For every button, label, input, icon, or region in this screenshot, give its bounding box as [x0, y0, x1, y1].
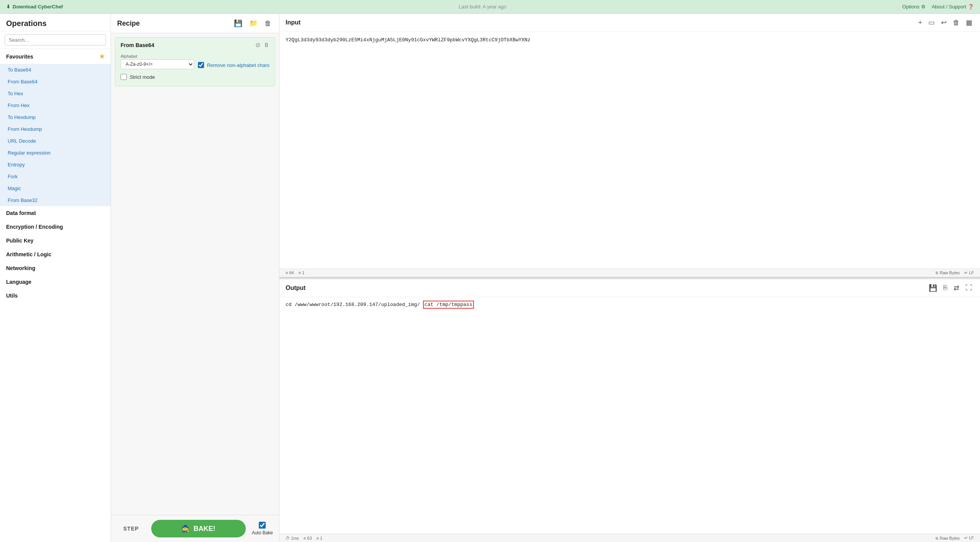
about-link[interactable]: About / Support ❓	[932, 4, 974, 10]
sidebar-item-fromhex[interactable]: From Hex	[0, 99, 111, 111]
input-status-left: ≡ 84 ≡ 1	[286, 270, 304, 275]
strict-mode-label: Strict mode	[130, 74, 155, 80]
sidebar-item-tohexdump[interactable]: To Hexdump	[0, 111, 111, 123]
output-statusbar: ⏱ 1ms ≡ 63 ≡ 1 ⇅ Raw Bytes ↵ LF	[279, 534, 980, 542]
op-header: From Base64 ⊘ ⏸	[115, 37, 275, 52]
sidebar-item-fork[interactable]: Fork	[0, 171, 111, 182]
strict-mode-row: Strict mode	[121, 72, 270, 81]
output-actions: 💾 ⎘ ⇄ ⛶	[927, 283, 974, 293]
save-recipe-button[interactable]: 💾	[232, 18, 244, 28]
clear-recipe-button[interactable]: 🗑	[263, 19, 273, 28]
topbar-right: Options ⚙ About / Support ❓	[902, 4, 974, 10]
input-format-label: ⇅ Raw Bytes	[935, 270, 960, 275]
recipe-actions: 💾 📁 🗑	[232, 18, 273, 28]
input-add-button[interactable]: +	[916, 18, 924, 28]
output-status-left: ⏱ 1ms ≡ 63 ≡ 1	[286, 536, 322, 540]
options-link[interactable]: Options ⚙	[902, 4, 926, 10]
output-highlighted-text: cat /tmp/tmppass	[423, 301, 474, 309]
help-icon: ❓	[968, 4, 974, 10]
step-button[interactable]: STEP	[117, 522, 145, 535]
sidebar-item-regex[interactable]: Regular expression	[0, 147, 111, 159]
remove-nonalpha-checkbox[interactable]	[198, 62, 204, 68]
search-input[interactable]	[5, 34, 106, 46]
remove-nonalpha-label: Remove non-alphabet chars	[207, 62, 270, 68]
download-icon: ⬇	[6, 4, 10, 10]
input-bytes-label: ≡ 84	[286, 270, 294, 275]
strict-mode-checkbox[interactable]	[121, 74, 127, 80]
sidebar-item-entropy[interactable]: Entropy	[0, 159, 111, 171]
recipe-title: Recipe	[117, 20, 140, 28]
download-label[interactable]: Download CyberChef	[13, 4, 63, 10]
sidebar-item-tobase64[interactable]: To Base64	[0, 64, 111, 76]
auto-bake-checkbox[interactable]	[259, 522, 266, 529]
gear-icon: ⚙	[921, 4, 926, 10]
output-text-before: cd /www/wwwroot/192.168.209.147/uploaded…	[286, 302, 423, 308]
input-textarea[interactable]	[279, 32, 980, 269]
sidebar-category-encryption[interactable]: Encryption / Encoding	[0, 220, 111, 234]
sidebar-item-urldecode[interactable]: URL Decode	[0, 135, 111, 147]
input-title: Input	[286, 19, 301, 26]
sidebar-item-frombase32[interactable]: From Base32	[0, 194, 111, 206]
sidebar-category-arithmetic[interactable]: Arithmetic / Logic	[0, 247, 111, 261]
input-restore-button[interactable]: ↩	[939, 18, 948, 28]
sidebar-category-publickey[interactable]: Public Key	[0, 234, 111, 247]
input-grid-button[interactable]: ▦	[964, 18, 974, 28]
output-time-label: ⏱ 1ms	[286, 536, 299, 540]
output-section: Output 💾 ⎘ ⇄ ⛶ cd /www/wwwroot/192.168.2…	[279, 279, 980, 542]
output-status-right: ⇅ Raw Bytes ↵ LF	[935, 535, 974, 540]
input-header: Input + ▭ ↩ 🗑 ▦	[279, 14, 980, 32]
output-replace-button[interactable]: ⇄	[952, 283, 961, 293]
remove-nonalpha-row: Remove non-alphabet chars	[198, 62, 270, 68]
recipe-panel: Recipe 💾 📁 🗑 From Base64 ⊘ ⏸	[111, 14, 279, 542]
sidebar-list: Favourites ★ To Base64 From Base64 To He…	[0, 49, 111, 542]
right-panel: Input + ▭ ↩ 🗑 ▦ ≡ 84 ≡ 1 ⇅ Raw Bytes	[279, 14, 980, 542]
output-copy-button[interactable]: ⎘	[942, 283, 949, 293]
sidebar-title: Operations	[0, 14, 111, 31]
topbar: ⬇ Download CyberChef Last build: A year …	[0, 0, 980, 14]
op-pause-button[interactable]: ⏸	[263, 42, 270, 49]
output-header: Output 💾 ⎘ ⇄ ⛶	[279, 279, 980, 297]
download-section[interactable]: ⬇ Download CyberChef	[6, 4, 63, 10]
output-save-button[interactable]: 💾	[927, 283, 939, 293]
input-newline-label: ↵ LF	[964, 270, 974, 275]
sidebar-category-dataformat[interactable]: Data format	[0, 206, 111, 220]
favourites-label: Favourites	[6, 54, 33, 60]
auto-bake-area: Auto Bake	[252, 522, 273, 535]
op-body: Alphabet A-Za-z0-9+/= Remove non-alphabe…	[115, 52, 275, 86]
load-recipe-button[interactable]: 📁	[248, 18, 259, 28]
sidebar-item-fromhexdump[interactable]: From Hexdump	[0, 123, 111, 135]
sidebar-item-magic[interactable]: Magic	[0, 182, 111, 194]
op-name: From Base64	[121, 42, 154, 48]
sidebar-category-utils[interactable]: Utils	[0, 289, 111, 303]
recipe-header: Recipe 💾 📁 🗑	[111, 14, 279, 33]
recipe-footer: STEP 🧙 BAKE! Auto Bake	[111, 515, 279, 542]
output-newline-label: ↵ LF	[964, 535, 974, 540]
output-lines-label: ≡ 1	[317, 536, 323, 540]
sidebar-category-networking[interactable]: Networking	[0, 261, 111, 275]
recipe-content: From Base64 ⊘ ⏸ Alphabet A-Za-z0-9+/=	[111, 33, 279, 515]
auto-bake-label: Auto Bake	[252, 530, 273, 535]
output-format-label: ⇅ Raw Bytes	[935, 536, 960, 540]
alphabet-select[interactable]: A-Za-z0-9+/=	[121, 59, 194, 69]
op-disable-button[interactable]: ⊘	[255, 41, 260, 49]
output-title: Output	[286, 285, 305, 291]
sidebar-category-language[interactable]: Language	[0, 275, 111, 289]
input-actions: + ▭ ↩ 🗑 ▦	[916, 18, 974, 28]
output-fullscreen-button[interactable]: ⛶	[964, 283, 974, 293]
input-layout-button[interactable]: ▭	[927, 18, 936, 28]
bake-label: BAKE!	[194, 525, 216, 533]
recipe-operation-frombase64: From Base64 ⊘ ⏸ Alphabet A-Za-z0-9+/=	[115, 37, 275, 86]
input-section: Input + ▭ ↩ 🗑 ▦ ≡ 84 ≡ 1 ⇅ Raw Bytes	[279, 14, 980, 278]
op-controls: ⊘ ⏸	[255, 41, 270, 49]
sidebar-category-favourites[interactable]: Favourites ★	[0, 49, 111, 64]
alphabet-row: Alphabet A-Za-z0-9+/= Remove non-alphabe…	[121, 54, 270, 69]
sidebar-item-frombase64[interactable]: From Base64	[0, 76, 111, 88]
input-lines-label: ≡ 1	[299, 270, 305, 275]
star-icon: ★	[99, 53, 105, 60]
main-layout: Operations Favourites ★ To Base64 From B…	[0, 14, 980, 542]
output-content: cd /www/wwwroot/192.168.209.147/uploaded…	[279, 297, 980, 534]
bake-icon: 🧙	[181, 524, 190, 533]
bake-button[interactable]: 🧙 BAKE!	[151, 520, 246, 537]
input-delete-button[interactable]: 🗑	[951, 18, 961, 28]
sidebar-item-tohex[interactable]: To Hex	[0, 88, 111, 99]
